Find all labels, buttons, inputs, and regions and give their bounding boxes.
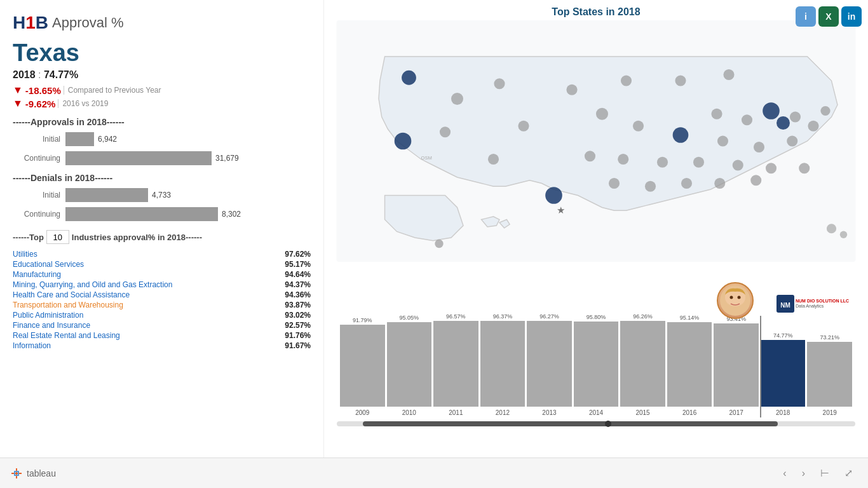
chart-bar-label-top: 74.77% bbox=[773, 332, 793, 339]
chart-bar-label-top: 95.05% bbox=[400, 315, 419, 321]
svg-point-21 bbox=[754, 142, 764, 152]
chart-bar-group[interactable]: 93.41% bbox=[714, 316, 759, 407]
chart-bar-group[interactable]: 74.77% bbox=[761, 332, 806, 407]
denials-section: Initial 4,733 Continuing 8,302 bbox=[13, 188, 311, 221]
chart-bar-label-top: 95.80% bbox=[587, 314, 606, 320]
state-name[interactable]: Texas bbox=[13, 39, 311, 67]
nav-back-button[interactable]: ‹ bbox=[778, 464, 791, 482]
industry-name[interactable]: Public Administration bbox=[13, 311, 83, 320]
chart-year-label: 2015 bbox=[620, 409, 665, 416]
chart-bar[interactable] bbox=[433, 321, 478, 407]
industry-name[interactable]: Finance and Insurance bbox=[13, 321, 90, 330]
trump-face bbox=[717, 282, 754, 319]
svg-point-2 bbox=[545, 187, 562, 204]
tableau-text: tableau bbox=[27, 468, 56, 478]
svg-point-10 bbox=[621, 75, 632, 86]
industry-name[interactable]: Transportation and Warehousing bbox=[13, 301, 123, 309]
industry-name[interactable]: Utilities bbox=[13, 250, 37, 259]
industries-header: ------Top Industries approval% in 2018--… bbox=[13, 230, 311, 244]
industry-pct: 91.67% bbox=[285, 341, 311, 350]
chart-bar[interactable] bbox=[807, 342, 852, 407]
chart-bar[interactable] bbox=[667, 322, 712, 407]
bar-chart-container: 91.79%95.05%96.57%96.37%96.27%95.80%96.2… bbox=[337, 311, 855, 426]
chart-bar-group[interactable]: 96.57% bbox=[433, 313, 478, 407]
industry-name[interactable]: Health Care and Social Assistance bbox=[13, 290, 130, 299]
svg-point-29 bbox=[799, 163, 810, 173]
chart-bar[interactable] bbox=[387, 322, 432, 407]
chart-bar-group[interactable]: 96.37% bbox=[480, 313, 526, 407]
industry-name[interactable]: Educational Services bbox=[13, 260, 84, 269]
industry-name[interactable]: Real Estate Rental and Leasing bbox=[13, 331, 120, 340]
usa-map[interactable]: ★ OSM bbox=[330, 20, 862, 262]
svg-point-37 bbox=[435, 240, 443, 248]
chart-bar-group[interactable]: 73.21% bbox=[807, 334, 852, 407]
nav-buttons: ‹ › ⊢ ⤢ bbox=[778, 464, 858, 482]
scrollbar-handle[interactable] bbox=[605, 421, 611, 427]
industry-row: Information91.67% bbox=[13, 341, 311, 351]
svg-point-16 bbox=[711, 109, 722, 119]
info-button[interactable]: i bbox=[796, 6, 816, 27]
tableau-icon bbox=[10, 467, 23, 480]
industry-name[interactable]: Manufacturing bbox=[13, 270, 61, 279]
chart-year-label: 2013 bbox=[527, 409, 572, 416]
industry-pct: 95.17% bbox=[285, 260, 311, 269]
chart-bar[interactable] bbox=[340, 325, 385, 407]
chart-bar-group[interactable]: 96.26% bbox=[620, 313, 665, 407]
approvals-continuing-bar: 31,679 bbox=[65, 151, 311, 165]
svg-rect-54 bbox=[14, 475, 19, 476]
approvals-title: ------Approvals in 2018------ bbox=[13, 117, 311, 127]
chart-bar[interactable] bbox=[527, 321, 572, 407]
chart-section: 91.79%95.05%96.57%96.37%96.27%95.80%96.2… bbox=[330, 311, 862, 451]
svg-point-8 bbox=[494, 78, 505, 89]
excel-button[interactable]: X bbox=[818, 6, 839, 27]
chart-bar-label-top: 96.27% bbox=[539, 313, 559, 320]
svg-point-38 bbox=[820, 106, 830, 116]
bar-chart: 91.79%95.05%96.57%96.37%96.27%95.80%96.2… bbox=[337, 311, 855, 407]
svg-point-32 bbox=[681, 178, 692, 189]
change-label-1: Compared to Previous Year bbox=[64, 86, 161, 95]
chart-bar[interactable] bbox=[620, 321, 665, 407]
chart-year-label: 2010 bbox=[387, 409, 432, 416]
chart-bar-group[interactable]: 95.14% bbox=[667, 315, 712, 407]
approvals-initial-value: 6,942 bbox=[98, 135, 117, 144]
nav-expand-button[interactable]: ⤢ bbox=[839, 464, 858, 482]
scrollbar-thumb[interactable] bbox=[363, 421, 778, 426]
svg-point-31 bbox=[645, 181, 656, 192]
chart-bar[interactable] bbox=[761, 340, 806, 407]
top-n-input[interactable] bbox=[46, 230, 69, 244]
svg-point-7 bbox=[451, 93, 463, 105]
change-label-2: 2016 vs 2019 bbox=[58, 99, 108, 108]
approvals-continuing-value: 31,679 bbox=[215, 154, 239, 163]
denials-continuing-label: Continuing bbox=[13, 210, 60, 219]
chart-bar-group[interactable]: 95.80% bbox=[574, 314, 619, 407]
chart-scrollbar[interactable] bbox=[337, 421, 855, 426]
chart-bar-label-top: 96.57% bbox=[446, 313, 466, 320]
svg-point-40 bbox=[827, 224, 836, 233]
industry-row: Health Care and Social Assistance94.36% bbox=[13, 290, 311, 300]
approvals-section: Initial 6,942 Continuing 31,679 bbox=[13, 132, 311, 165]
nav-first-button[interactable]: ⊢ bbox=[815, 464, 834, 482]
industry-pct: 94.64% bbox=[285, 270, 311, 279]
svg-point-17 bbox=[742, 114, 752, 125]
chart-year-label: 2017 bbox=[714, 409, 759, 416]
chart-bar[interactable] bbox=[574, 322, 619, 407]
chart-bar-label-top: 95.14% bbox=[680, 315, 700, 321]
industries-suffix: Industries approval% in 2018------ bbox=[72, 233, 202, 242]
year-labels: 2009201020112012201320142015201620172018… bbox=[337, 409, 855, 416]
denials-initial-bar: 4,733 bbox=[65, 188, 311, 202]
tableau-logo: tableau bbox=[10, 467, 56, 480]
industry-name[interactable]: Information bbox=[13, 341, 51, 350]
chart-bar-group[interactable]: 96.27% bbox=[527, 313, 572, 407]
denials-title: ------Denials in 2018------ bbox=[13, 173, 311, 183]
industry-name[interactable]: Mining, Quarrying, and Oild and Gas Extr… bbox=[13, 280, 172, 289]
svg-text:★: ★ bbox=[557, 205, 565, 215]
linkedin-button[interactable]: in bbox=[841, 6, 862, 27]
svg-point-23 bbox=[585, 151, 595, 161]
nav-forward-button[interactable]: › bbox=[797, 464, 810, 482]
industry-pct: 93.02% bbox=[285, 311, 311, 320]
chart-bar[interactable] bbox=[714, 323, 759, 407]
chart-bar[interactable] bbox=[480, 321, 526, 407]
chart-bar-group[interactable]: 95.05% bbox=[387, 315, 432, 407]
chart-bar-group[interactable]: 91.79% bbox=[340, 317, 385, 407]
svg-point-18 bbox=[790, 111, 801, 122]
